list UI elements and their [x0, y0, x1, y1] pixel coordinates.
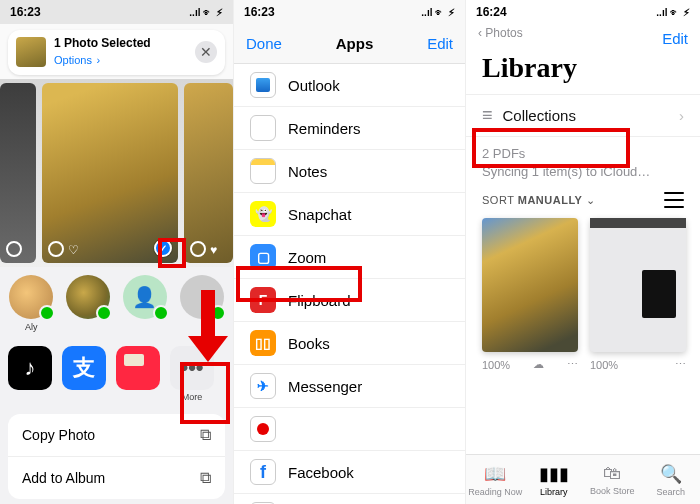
nav-title: Apps	[336, 35, 374, 52]
apps-list-screen: 16:23 ..ıl ᯤ ⚡︎ Done Apps Edit Outlook R…	[234, 0, 466, 504]
edit-button[interactable]: Edit	[427, 35, 453, 52]
app-row-drive[interactable]: Drive	[234, 494, 465, 504]
app-label: Messenger	[288, 378, 362, 395]
close-button[interactable]: ✕	[195, 41, 217, 63]
photo-tile[interactable]: ♥	[184, 83, 233, 263]
books-icon: ▯▯	[250, 330, 276, 356]
collections-row[interactable]: ≡ Collections ›	[466, 94, 700, 137]
more-icon: •••	[170, 346, 214, 390]
selected-checkmark-icon[interactable]	[154, 239, 172, 257]
contact-avatar[interactable]	[178, 275, 225, 332]
cloud-icon[interactable]: ☁︎	[533, 358, 544, 371]
tab-library[interactable]: ▮▮▮Library	[525, 455, 584, 504]
outlook-icon	[250, 72, 276, 98]
app-row-notes[interactable]: Notes	[234, 150, 465, 193]
app-badge-icon	[39, 305, 55, 321]
banner-title: 1 Photo Selected	[54, 37, 187, 50]
list-icon: ≡	[482, 105, 493, 126]
status-bar: 16:23 ..ıl ᯤ ⚡︎	[0, 0, 233, 24]
app-row-reminders[interactable]: Reminders	[234, 107, 465, 150]
collections-label: Collections	[503, 107, 576, 124]
more-button[interactable]: ••• More	[170, 346, 214, 402]
share-lower-panel: Aly 👤 ♪ 支 ••• More	[0, 267, 233, 504]
books-grid: 100% ☁︎ ⋯ 100% ⋯	[466, 214, 700, 375]
app-row-flipboard[interactable]: FFlipboard	[234, 279, 465, 322]
book-item[interactable]: 100% ☁︎ ⋯	[482, 218, 578, 371]
status-icons: ..ıl ᯤ ⚡︎	[421, 7, 455, 18]
app-icon[interactable]	[116, 346, 160, 390]
app-row[interactable]	[234, 408, 465, 451]
status-bar: 16:23 ..ıl ᯤ ⚡︎	[234, 0, 465, 24]
clock: 16:23	[10, 5, 41, 19]
done-button[interactable]: Done	[246, 35, 282, 52]
alipay-icon[interactable]: 支	[62, 346, 106, 390]
app-badge-icon	[153, 305, 169, 321]
app-label: Notes	[288, 163, 327, 180]
tab-book-store[interactable]: 🛍Book Store	[583, 455, 642, 504]
flipboard-icon: F	[250, 287, 276, 313]
share-sheet-screen: 16:23 ..ıl ᯤ ⚡︎ 1 Photo Selected Options…	[0, 0, 234, 504]
status-icons: ..ıl ᯤ ⚡︎	[189, 7, 223, 18]
app-row-facebook[interactable]: fFacebook	[234, 451, 465, 494]
messenger-icon: ✈︎	[250, 373, 276, 399]
facebook-icon: f	[250, 459, 276, 485]
search-icon: 🔍	[660, 463, 682, 485]
contact-row: Aly 👤	[0, 273, 233, 342]
app-row-snapchat[interactable]: 👻Snapchat	[234, 193, 465, 236]
tiktok-icon[interactable]: ♪	[8, 346, 52, 390]
notes-icon	[250, 158, 276, 184]
edit-button[interactable]: Edit	[662, 30, 688, 47]
app-share-row: ♪ 支 ••• More	[0, 342, 233, 408]
app-row-zoom[interactable]: ▢Zoom	[234, 236, 465, 279]
tab-bar: 📖Reading Now ▮▮▮Library 🛍Book Store 🔍Sea…	[466, 454, 700, 504]
app-label: Books	[288, 335, 330, 352]
pdf-count: 2 PDFs	[482, 145, 684, 163]
more-label: More	[170, 392, 214, 402]
read-percent: 100%	[590, 359, 618, 371]
book-cover	[590, 218, 686, 352]
nav-bar: Done Apps Edit	[234, 24, 465, 64]
app-badge-icon	[210, 305, 226, 321]
tab-search[interactable]: 🔍Search	[642, 455, 701, 504]
photo-tile[interactable]	[0, 83, 36, 263]
app-label: Zoom	[288, 249, 326, 266]
contact-avatar[interactable]: Aly	[8, 275, 55, 332]
contact-name: Aly	[8, 322, 55, 332]
sort-button[interactable]: SORT MANUALLY ⌄	[482, 194, 596, 207]
app-row-books[interactable]: ▯▯Books	[234, 322, 465, 365]
page-title: Library	[466, 48, 700, 94]
heart-icon: ♡	[68, 243, 79, 257]
apps-list[interactable]: Outlook Reminders Notes 👻Snapchat ▢Zoom …	[234, 64, 465, 504]
album-icon: ⧉	[200, 469, 211, 487]
more-icon[interactable]: ⋯	[567, 358, 578, 371]
add-to-album-action[interactable]: Add to Album ⧉	[8, 457, 225, 499]
list-view-toggle[interactable]	[664, 192, 684, 208]
book-cover	[482, 218, 578, 352]
copy-photo-action[interactable]: Copy Photo ⧉	[8, 414, 225, 457]
tab-reading-now[interactable]: 📖Reading Now	[466, 455, 525, 504]
selection-banner: 1 Photo Selected Options › ✕	[8, 30, 225, 75]
app-label: Snapchat	[288, 206, 351, 223]
chevron-right-icon: ›	[679, 107, 684, 124]
action-label: Copy Photo	[22, 427, 95, 443]
app-label: Facebook	[288, 464, 354, 481]
zoom-icon: ▢	[250, 244, 276, 270]
contact-avatar[interactable]	[65, 275, 112, 332]
photo-tile-selected[interactable]: ♡	[42, 83, 178, 263]
copy-icon: ⧉	[200, 426, 211, 444]
app-label: Outlook	[288, 77, 340, 94]
sort-row: SORT MANUALLY ⌄	[466, 184, 700, 214]
more-icon[interactable]: ⋯	[675, 358, 686, 371]
app-row-outlook[interactable]: Outlook	[234, 64, 465, 107]
clock: 16:23	[244, 5, 275, 19]
snapchat-icon: 👻	[250, 201, 276, 227]
library-icon: ▮▮▮	[539, 463, 569, 485]
action-label: Add to Album	[22, 470, 105, 486]
contact-avatar[interactable]: 👤	[122, 275, 169, 332]
app-row-messenger[interactable]: ✈︎Messenger	[234, 365, 465, 408]
clock: 16:24	[476, 5, 507, 19]
photo-strip[interactable]: ♡ ♥	[0, 79, 233, 267]
books-library-screen: 16:24 ..ıl ᯤ ⚡︎ ‹ Photos Edit Library ≡ …	[466, 0, 700, 504]
book-item[interactable]: 100% ⋯	[590, 218, 686, 371]
options-link[interactable]: Options ›	[54, 50, 187, 68]
